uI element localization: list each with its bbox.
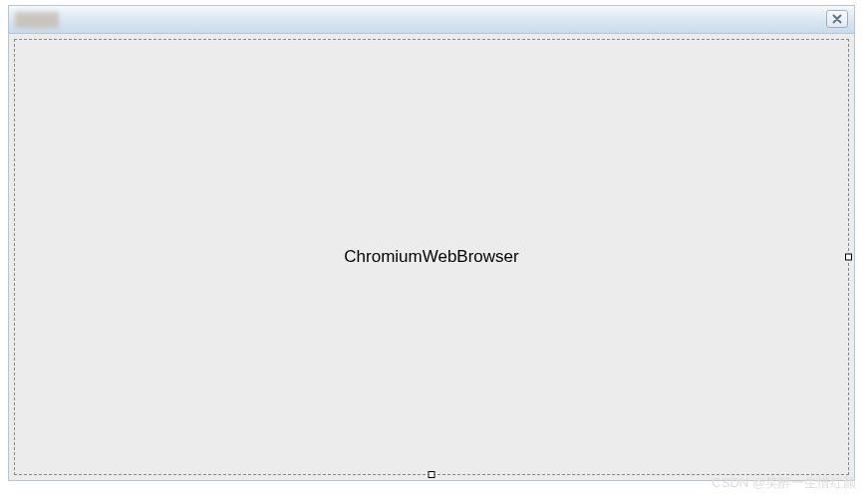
resize-handle-bottom[interactable] — [429, 471, 435, 478]
resize-handle-right[interactable] — [845, 254, 852, 261]
design-surface[interactable]: ChromiumWebBrowser — [14, 39, 849, 475]
app-icon — [15, 12, 59, 28]
close-button[interactable] — [826, 10, 848, 28]
title-bar[interactable] — [9, 6, 854, 34]
component-placeholder-label: ChromiumWebBrowser — [344, 247, 518, 267]
close-icon — [832, 10, 842, 28]
window-frame: ChromiumWebBrowser — [8, 5, 855, 481]
